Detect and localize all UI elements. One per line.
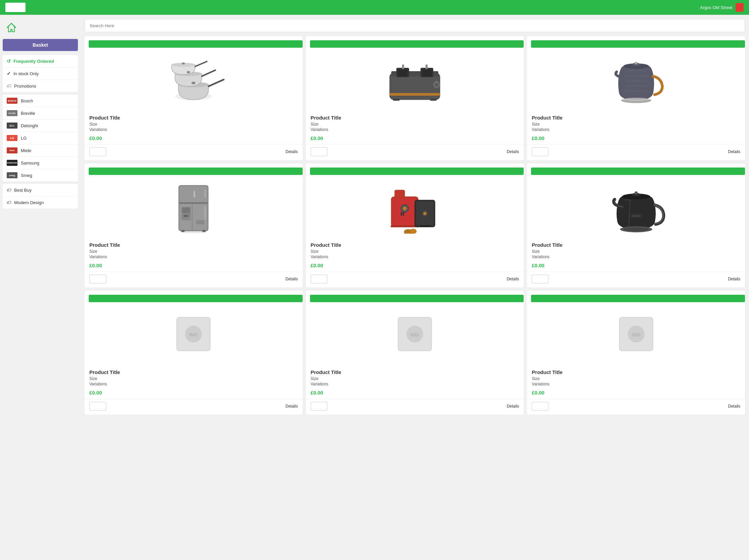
basket-button[interactable]: Basket [3,39,78,51]
product-size-p2: Size [311,122,519,127]
svg-text:IMG: IMG [632,332,640,337]
svg-rect-39 [193,191,195,197]
details-link-p3[interactable]: Details [728,150,740,154]
qty-input-p9[interactable] [532,402,549,410]
delonghi-logo: De'L [7,122,18,129]
details-link-p6[interactable]: Details [728,277,740,281]
product-title-p2: Product Title [311,115,519,120]
product-card-p5: Product Title Size Variations £0.00 Deta… [306,163,524,287]
sidebar-item-frequently-ordered[interactable]: ↺ Frequently Ordered [3,55,78,67]
product-title-p7: Product Title [89,369,298,375]
product-image-p3 [527,48,745,111]
sidebar-item-bosch[interactable]: BOSCH Bosch [3,95,78,107]
product-footer-p3: Details [527,144,745,160]
product-price-p4: £0.00 [85,263,303,272]
svg-point-57 [410,229,416,234]
breville-logo: breville [7,110,18,116]
svg-rect-16 [390,93,440,96]
qty-input-p1[interactable] [89,148,106,156]
svg-line-6 [195,62,207,66]
details-link-p8[interactable]: Details [507,404,519,409]
product-badge-p4 [89,167,303,175]
product-size-p9: Size [532,376,740,381]
svg-rect-20 [402,65,404,69]
product-image-p5 [306,175,524,239]
svg-point-26 [635,62,638,65]
product-size-p6: Size [532,249,740,254]
product-size-p4: Size [89,249,298,254]
user-button[interactable] [735,3,744,12]
sidebar-item-modern-design[interactable]: 🏷 Modern Design [3,196,78,208]
product-card-p2: Product Title Size Variations £0.00 Deta… [306,36,524,160]
product-title-p5: Product Title [311,242,519,248]
qty-input-p7[interactable] [89,402,106,410]
smeg-label: Smeg [21,173,32,178]
sidebar-item-miele[interactable]: Miele Miele [3,144,78,157]
search-input[interactable] [90,23,740,28]
details-link-p5[interactable]: Details [507,277,519,281]
product-size-p1: Size [89,122,298,127]
svg-rect-42 [202,230,206,232]
svg-text:BRAND: BRAND [632,215,640,217]
svg-rect-22 [393,99,400,101]
product-price-p5: £0.00 [306,263,524,272]
product-card-p6: BRAND Product Title Size Variations £0.0… [527,163,745,287]
sidebar-item-in-stock-only[interactable]: ✓ In stock Only [3,67,78,80]
svg-rect-33 [204,189,206,197]
brand-section: BOSCH Bosch breville Breville De'L Delon… [3,95,78,181]
svg-rect-32 [180,202,208,204]
product-badge-p6 [531,167,745,175]
product-info-p1: Product Title Size Variations [85,111,303,135]
sidebar-item-delonghi[interactable]: De'L Delonghi [3,119,78,132]
product-info-p2: Product Title Size Variations [306,111,524,135]
best-buy-tag-icon: 🏷 [7,187,12,193]
svg-point-62 [623,227,649,231]
qty-input-p2[interactable] [311,148,327,156]
sidebar-item-samsung[interactable]: SAMSUNG Samsung [3,157,78,169]
product-footer-p6: Details [527,272,745,287]
sidebar-logo-area [3,19,78,39]
details-link-p2[interactable]: Details [507,150,519,154]
sidebar-item-promotions[interactable]: 🏷 Promotions [3,80,78,92]
qty-input-p8[interactable] [311,402,327,410]
product-card-p1: Product Title Size Variations £0.00 Deta… [85,36,303,160]
qty-input-p3[interactable] [532,148,549,156]
product-size-p3: Size [532,122,740,127]
product-info-p8: Product Title Size Variations [306,366,524,390]
details-link-p7[interactable]: Details [285,404,298,409]
sidebar-item-smeg[interactable]: smeg Smeg [3,169,78,181]
product-variations-p9: Variations [532,382,740,386]
product-info-p4: Product Title Size Variations [85,239,303,263]
details-link-p1[interactable]: Details [285,150,298,154]
qty-input-p4[interactable] [89,275,106,283]
product-title-p6: Product Title [532,242,740,248]
product-footer-p8: Details [306,399,524,415]
svg-rect-41 [181,230,185,232]
miele-logo: Miele [7,148,18,153]
product-price-p3: £0.00 [527,135,745,144]
svg-rect-37 [184,215,188,217]
svg-rect-34 [204,206,206,220]
svg-rect-36 [183,207,190,213]
svg-point-18 [435,83,438,86]
sidebar-item-lg[interactable]: LG LG [3,132,78,144]
sidebar-item-breville[interactable]: breville Breville [3,107,78,119]
product-image-p8: IMG [306,302,524,366]
samsung-logo: SAMSUNG [7,160,18,166]
details-link-p4[interactable]: Details [285,277,298,281]
product-image-p1 [85,48,303,111]
product-title-p3: Product Title [532,115,740,120]
details-link-p9[interactable]: Details [728,404,740,409]
check-icon: ✓ [7,71,11,76]
svg-text:IMG: IMG [189,332,198,337]
product-variations-p3: Variations [532,127,740,132]
qty-input-p6[interactable] [532,275,549,283]
product-variations-p7: Variations [89,382,298,386]
filter-section: ↺ Frequently Ordered ✓ In stock Only 🏷 P… [3,55,78,92]
sidebar-item-best-buy[interactable]: 🏷 Best Buy [3,184,78,196]
svg-rect-40 [196,220,204,224]
product-info-p5: Product Title Size Variations [306,239,524,263]
product-image-p7: IMG [85,302,303,366]
qty-input-p5[interactable] [311,275,327,283]
frequently-ordered-label: Frequently Ordered [14,59,54,64]
